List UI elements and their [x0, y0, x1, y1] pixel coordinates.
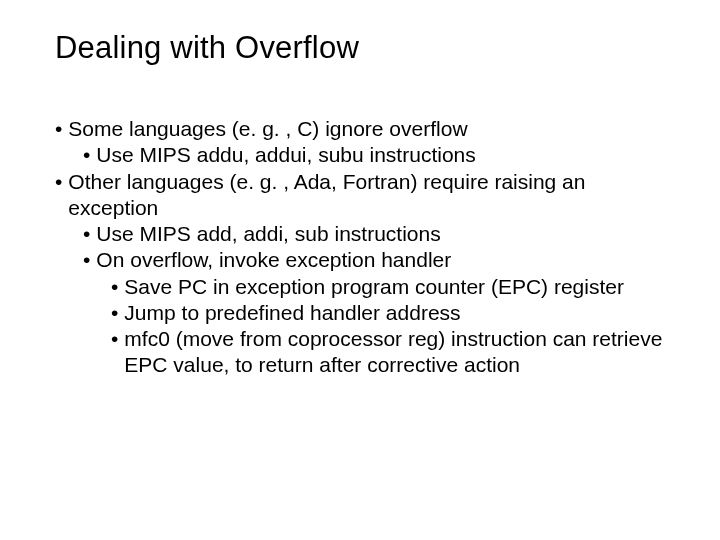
- slide: Dealing with Overflow • Some languages (…: [0, 0, 720, 540]
- bullet-text: Some languages (e. g. , C) ignore overfl…: [68, 116, 670, 142]
- bullet-item: • Some languages (e. g. , C) ignore over…: [55, 116, 670, 142]
- bullet-icon: •: [83, 247, 90, 273]
- bullet-item: • Save PC in exception program counter (…: [111, 274, 670, 300]
- bullet-icon: •: [83, 142, 90, 168]
- bullet-text: Save PC in exception program counter (EP…: [124, 274, 670, 300]
- bullet-icon: •: [55, 116, 62, 142]
- bullet-item: • Use MIPS add, addi, sub instructions: [83, 221, 670, 247]
- bullet-icon: •: [83, 221, 90, 247]
- bullet-item: • On overflow, invoke exception handler: [83, 247, 670, 273]
- bullet-icon: •: [111, 274, 118, 300]
- bullet-icon: •: [111, 326, 118, 352]
- bullet-icon: •: [111, 300, 118, 326]
- bullet-text: Use MIPS addu, addui, subu instructions: [96, 142, 670, 168]
- bullet-text: On overflow, invoke exception handler: [96, 247, 670, 273]
- bullet-item: • mfc0 (move from coprocessor reg) instr…: [111, 326, 670, 379]
- bullet-item: • Use MIPS addu, addui, subu instruction…: [83, 142, 670, 168]
- bullet-text: Other languages (e. g. , Ada, Fortran) r…: [68, 169, 670, 222]
- slide-body: • Some languages (e. g. , C) ignore over…: [55, 116, 670, 379]
- bullet-text: Use MIPS add, addi, sub instructions: [96, 221, 670, 247]
- bullet-text: mfc0 (move from coprocessor reg) instruc…: [124, 326, 670, 379]
- bullet-item: • Jump to predefined handler address: [111, 300, 670, 326]
- bullet-text: Jump to predefined handler address: [124, 300, 670, 326]
- bullet-icon: •: [55, 169, 62, 195]
- bullet-item: • Other languages (e. g. , Ada, Fortran)…: [55, 169, 670, 222]
- slide-title: Dealing with Overflow: [55, 30, 670, 66]
